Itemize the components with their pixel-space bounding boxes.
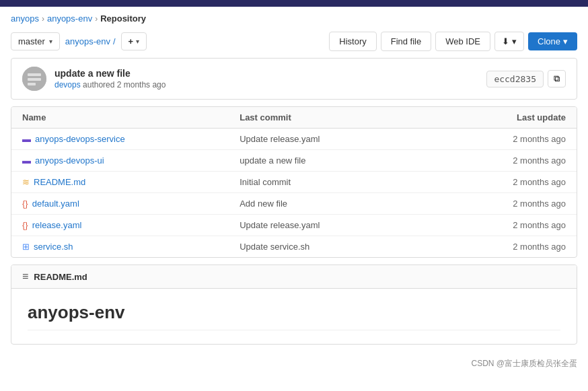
file-icon: ≋ xyxy=(22,177,30,187)
table-row: ▬ anyops-devops-service Update release.y… xyxy=(11,129,577,150)
file-name[interactable]: ▬ anyops-devops-service xyxy=(22,134,240,144)
file-icon: ▬ xyxy=(22,155,31,166)
file-name[interactable]: {} default.yaml xyxy=(22,199,240,209)
commit-info: update a new file devops authored 2 mont… xyxy=(54,68,478,90)
breadcrumb-anyops[interactable]: anyops xyxy=(11,13,39,24)
breadcrumb-repository: Repository xyxy=(100,13,146,24)
file-last-update: 2 months ago xyxy=(457,199,566,209)
clone-label: Clone xyxy=(538,36,560,46)
table-row: {} default.yaml Add new file 2 months ag… xyxy=(11,193,577,215)
file-icon: {} xyxy=(22,220,28,230)
readme-box: ≡ README.md anyops-env xyxy=(11,264,577,345)
toolbar-right-buttons: History Find file Web IDE ⬇ ▾ Clone ▾ xyxy=(329,32,577,51)
breadcrumb-anyops-env[interactable]: anyops-env xyxy=(47,13,92,24)
file-last-commit: Update release.yaml xyxy=(240,134,457,144)
clone-chevron-icon: ▾ xyxy=(563,36,568,46)
download-button[interactable]: ⬇ ▾ xyxy=(494,32,524,51)
watermark: CSDN @富士康质检员张全蛋 xyxy=(0,355,588,375)
web-ide-button[interactable]: Web IDE xyxy=(435,32,490,51)
plus-icon: + xyxy=(128,36,134,46)
file-table: Name Last commit Last update ▬ anyops-de… xyxy=(11,106,577,258)
table-header: Name Last commit Last update xyxy=(11,107,577,129)
file-name-text: default.yaml xyxy=(32,199,79,209)
file-last-update: 2 months ago xyxy=(457,134,566,144)
breadcrumb-sep2: › xyxy=(95,14,98,24)
branch-label: master xyxy=(18,36,45,46)
file-name[interactable]: ▬ anyops-devops-ui xyxy=(22,155,240,166)
breadcrumb-sep1: › xyxy=(42,14,44,24)
breadcrumb: anyops › anyops-env › Repository xyxy=(0,7,588,28)
add-button[interactable]: + ▾ xyxy=(121,32,147,50)
table-row: ⊞ service.sh Update service.sh 2 months … xyxy=(11,236,577,257)
file-last-commit: Add new file xyxy=(240,199,457,209)
col-last-commit: Last commit xyxy=(240,112,457,122)
file-last-commit: Update service.sh xyxy=(240,242,457,252)
table-row: ▬ anyops-devops-ui update a new file 2 m… xyxy=(11,150,577,172)
readme-header-icon: ≡ xyxy=(22,271,28,283)
file-icon: ⊞ xyxy=(22,242,30,252)
branch-dropdown[interactable]: master ▾ xyxy=(11,32,60,50)
table-body: ▬ anyops-devops-service Update release.y… xyxy=(11,129,577,257)
path-area: anyops-env / xyxy=(65,36,116,46)
file-last-commit: update a new file xyxy=(240,155,457,166)
file-icon: {} xyxy=(22,199,28,209)
file-icon: ▬ xyxy=(22,134,31,144)
file-last-update: 2 months ago xyxy=(457,177,566,187)
commit-hash-badge: eccd2835 xyxy=(486,71,544,87)
file-name[interactable]: ≋ README.md xyxy=(22,177,240,187)
file-last-update: 2 months ago xyxy=(457,242,566,252)
file-name-text: anyops-devops-ui xyxy=(35,155,104,166)
copy-icon: ⧉ xyxy=(554,73,560,83)
svg-rect-3 xyxy=(28,83,36,85)
table-row: {} release.yaml Update release.yaml 2 mo… xyxy=(11,215,577,236)
readme-header-label: README.md xyxy=(34,272,87,282)
readme-content: anyops-env xyxy=(11,289,577,344)
file-name-text: anyops-devops-service xyxy=(35,134,125,144)
table-row: ≋ README.md Initial commit 2 months ago xyxy=(11,172,577,193)
commit-box: update a new file devops authored 2 mont… xyxy=(11,58,577,100)
file-name[interactable]: {} release.yaml xyxy=(22,220,240,230)
file-name[interactable]: ⊞ service.sh xyxy=(22,242,240,252)
file-last-update: 2 months ago xyxy=(457,220,566,230)
download-icon: ⬇ xyxy=(502,36,509,46)
commit-hash-area: eccd2835 ⧉ xyxy=(486,70,566,87)
svg-rect-2 xyxy=(28,78,41,81)
history-button[interactable]: History xyxy=(329,32,376,51)
copy-hash-button[interactable]: ⧉ xyxy=(548,70,566,87)
file-last-commit: Update release.yaml xyxy=(240,220,457,230)
path-label: anyops-env xyxy=(65,36,110,46)
readme-title: anyops-env xyxy=(28,302,560,330)
toolbar: master ▾ anyops-env / + ▾ History Find f… xyxy=(0,28,588,58)
commit-time: authored 2 months ago xyxy=(83,80,166,90)
svg-rect-1 xyxy=(28,73,41,76)
commit-message: update a new file xyxy=(54,68,478,79)
col-name: Name xyxy=(22,112,240,122)
avatar xyxy=(22,67,46,91)
clone-button[interactable]: Clone ▾ xyxy=(528,32,577,50)
col-last-update: Last update xyxy=(457,112,566,122)
readme-header: ≡ README.md xyxy=(11,265,577,289)
path-separator: / xyxy=(113,36,116,46)
find-file-button[interactable]: Find file xyxy=(381,32,432,51)
file-name-text: release.yaml xyxy=(32,220,82,230)
add-chevron-icon: ▾ xyxy=(136,38,139,45)
file-name-text: service.sh xyxy=(34,242,73,252)
topbar xyxy=(0,0,588,7)
download-chevron-icon: ▾ xyxy=(512,36,517,46)
branch-chevron-icon: ▾ xyxy=(49,38,52,45)
commit-author[interactable]: devops xyxy=(54,80,81,90)
file-last-update: 2 months ago xyxy=(457,155,566,166)
file-last-commit: Initial commit xyxy=(240,177,457,187)
commit-meta: devops authored 2 months ago xyxy=(54,80,478,90)
file-name-text: README.md xyxy=(34,177,85,187)
